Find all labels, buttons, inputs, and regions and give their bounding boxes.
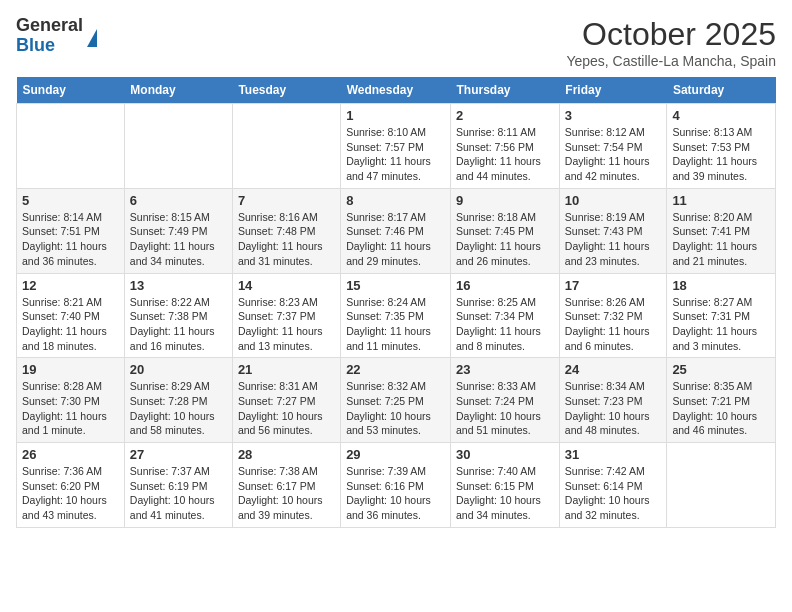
day-info: Sunrise: 8:18 AM Sunset: 7:45 PM Dayligh… [456, 210, 554, 269]
day-number: 2 [456, 108, 554, 123]
day-number: 27 [130, 447, 227, 462]
calendar-cell: 19Sunrise: 8:28 AM Sunset: 7:30 PM Dayli… [17, 358, 125, 443]
day-number: 24 [565, 362, 662, 377]
day-number: 10 [565, 193, 662, 208]
day-info: Sunrise: 7:38 AM Sunset: 6:17 PM Dayligh… [238, 464, 335, 523]
day-number: 29 [346, 447, 445, 462]
calendar-week-row: 19Sunrise: 8:28 AM Sunset: 7:30 PM Dayli… [17, 358, 776, 443]
day-info: Sunrise: 8:26 AM Sunset: 7:32 PM Dayligh… [565, 295, 662, 354]
day-info: Sunrise: 8:22 AM Sunset: 7:38 PM Dayligh… [130, 295, 227, 354]
day-number: 23 [456, 362, 554, 377]
day-number: 14 [238, 278, 335, 293]
day-number: 4 [672, 108, 770, 123]
day-number: 5 [22, 193, 119, 208]
calendar-cell: 3Sunrise: 8:12 AM Sunset: 7:54 PM Daylig… [559, 104, 667, 189]
location: Yepes, Castille-La Mancha, Spain [566, 53, 776, 69]
day-number: 22 [346, 362, 445, 377]
weekday-header: Monday [124, 77, 232, 104]
calendar-cell: 26Sunrise: 7:36 AM Sunset: 6:20 PM Dayli… [17, 443, 125, 528]
day-info: Sunrise: 8:27 AM Sunset: 7:31 PM Dayligh… [672, 295, 770, 354]
calendar-cell: 27Sunrise: 7:37 AM Sunset: 6:19 PM Dayli… [124, 443, 232, 528]
day-info: Sunrise: 8:17 AM Sunset: 7:46 PM Dayligh… [346, 210, 445, 269]
calendar-cell [232, 104, 340, 189]
calendar-cell: 24Sunrise: 8:34 AM Sunset: 7:23 PM Dayli… [559, 358, 667, 443]
calendar-week-row: 1Sunrise: 8:10 AM Sunset: 7:57 PM Daylig… [17, 104, 776, 189]
day-number: 13 [130, 278, 227, 293]
day-info: Sunrise: 7:42 AM Sunset: 6:14 PM Dayligh… [565, 464, 662, 523]
logo: General Blue [16, 16, 97, 56]
calendar-cell: 11Sunrise: 8:20 AM Sunset: 7:41 PM Dayli… [667, 188, 776, 273]
day-number: 31 [565, 447, 662, 462]
day-number: 11 [672, 193, 770, 208]
day-info: Sunrise: 8:12 AM Sunset: 7:54 PM Dayligh… [565, 125, 662, 184]
calendar-cell: 12Sunrise: 8:21 AM Sunset: 7:40 PM Dayli… [17, 273, 125, 358]
calendar-cell: 2Sunrise: 8:11 AM Sunset: 7:56 PM Daylig… [451, 104, 560, 189]
weekday-header: Wednesday [341, 77, 451, 104]
day-number: 30 [456, 447, 554, 462]
day-info: Sunrise: 7:40 AM Sunset: 6:15 PM Dayligh… [456, 464, 554, 523]
day-info: Sunrise: 8:21 AM Sunset: 7:40 PM Dayligh… [22, 295, 119, 354]
day-number: 16 [456, 278, 554, 293]
calendar-cell: 13Sunrise: 8:22 AM Sunset: 7:38 PM Dayli… [124, 273, 232, 358]
day-info: Sunrise: 8:13 AM Sunset: 7:53 PM Dayligh… [672, 125, 770, 184]
day-info: Sunrise: 8:31 AM Sunset: 7:27 PM Dayligh… [238, 379, 335, 438]
calendar-table: SundayMondayTuesdayWednesdayThursdayFrid… [16, 77, 776, 528]
day-number: 20 [130, 362, 227, 377]
day-number: 6 [130, 193, 227, 208]
calendar-cell: 18Sunrise: 8:27 AM Sunset: 7:31 PM Dayli… [667, 273, 776, 358]
calendar-cell: 17Sunrise: 8:26 AM Sunset: 7:32 PM Dayli… [559, 273, 667, 358]
weekday-header: Thursday [451, 77, 560, 104]
calendar-cell: 6Sunrise: 8:15 AM Sunset: 7:49 PM Daylig… [124, 188, 232, 273]
day-number: 26 [22, 447, 119, 462]
calendar-cell [667, 443, 776, 528]
day-info: Sunrise: 8:19 AM Sunset: 7:43 PM Dayligh… [565, 210, 662, 269]
calendar-cell: 29Sunrise: 7:39 AM Sunset: 6:16 PM Dayli… [341, 443, 451, 528]
logo-text: General Blue [16, 16, 83, 56]
day-info: Sunrise: 8:14 AM Sunset: 7:51 PM Dayligh… [22, 210, 119, 269]
calendar-cell: 1Sunrise: 8:10 AM Sunset: 7:57 PM Daylig… [341, 104, 451, 189]
day-info: Sunrise: 7:37 AM Sunset: 6:19 PM Dayligh… [130, 464, 227, 523]
calendar-cell [124, 104, 232, 189]
day-info: Sunrise: 7:36 AM Sunset: 6:20 PM Dayligh… [22, 464, 119, 523]
day-info: Sunrise: 8:24 AM Sunset: 7:35 PM Dayligh… [346, 295, 445, 354]
weekday-header: Tuesday [232, 77, 340, 104]
calendar-cell: 21Sunrise: 8:31 AM Sunset: 7:27 PM Dayli… [232, 358, 340, 443]
day-info: Sunrise: 8:20 AM Sunset: 7:41 PM Dayligh… [672, 210, 770, 269]
day-info: Sunrise: 8:10 AM Sunset: 7:57 PM Dayligh… [346, 125, 445, 184]
calendar-cell: 14Sunrise: 8:23 AM Sunset: 7:37 PM Dayli… [232, 273, 340, 358]
day-number: 18 [672, 278, 770, 293]
day-number: 21 [238, 362, 335, 377]
title-block: October 2025 Yepes, Castille-La Mancha, … [566, 16, 776, 69]
calendar-cell: 4Sunrise: 8:13 AM Sunset: 7:53 PM Daylig… [667, 104, 776, 189]
day-info: Sunrise: 8:11 AM Sunset: 7:56 PM Dayligh… [456, 125, 554, 184]
day-number: 19 [22, 362, 119, 377]
day-info: Sunrise: 8:33 AM Sunset: 7:24 PM Dayligh… [456, 379, 554, 438]
calendar-cell: 16Sunrise: 8:25 AM Sunset: 7:34 PM Dayli… [451, 273, 560, 358]
day-info: Sunrise: 8:34 AM Sunset: 7:23 PM Dayligh… [565, 379, 662, 438]
day-info: Sunrise: 8:29 AM Sunset: 7:28 PM Dayligh… [130, 379, 227, 438]
logo-blue: Blue [16, 36, 83, 56]
day-info: Sunrise: 8:23 AM Sunset: 7:37 PM Dayligh… [238, 295, 335, 354]
calendar-cell: 30Sunrise: 7:40 AM Sunset: 6:15 PM Dayli… [451, 443, 560, 528]
day-number: 17 [565, 278, 662, 293]
weekday-header: Friday [559, 77, 667, 104]
logo-triangle-icon [87, 29, 97, 47]
calendar-cell: 10Sunrise: 8:19 AM Sunset: 7:43 PM Dayli… [559, 188, 667, 273]
calendar-cell: 22Sunrise: 8:32 AM Sunset: 7:25 PM Dayli… [341, 358, 451, 443]
calendar-cell: 20Sunrise: 8:29 AM Sunset: 7:28 PM Dayli… [124, 358, 232, 443]
calendar-cell [17, 104, 125, 189]
calendar-cell: 9Sunrise: 8:18 AM Sunset: 7:45 PM Daylig… [451, 188, 560, 273]
day-info: Sunrise: 8:16 AM Sunset: 7:48 PM Dayligh… [238, 210, 335, 269]
day-number: 9 [456, 193, 554, 208]
day-number: 12 [22, 278, 119, 293]
day-number: 8 [346, 193, 445, 208]
logo-general: General [16, 16, 83, 36]
day-info: Sunrise: 7:39 AM Sunset: 6:16 PM Dayligh… [346, 464, 445, 523]
calendar-cell: 8Sunrise: 8:17 AM Sunset: 7:46 PM Daylig… [341, 188, 451, 273]
day-number: 1 [346, 108, 445, 123]
calendar-cell: 31Sunrise: 7:42 AM Sunset: 6:14 PM Dayli… [559, 443, 667, 528]
calendar-cell: 7Sunrise: 8:16 AM Sunset: 7:48 PM Daylig… [232, 188, 340, 273]
calendar-cell: 28Sunrise: 7:38 AM Sunset: 6:17 PM Dayli… [232, 443, 340, 528]
weekday-header: Saturday [667, 77, 776, 104]
calendar-week-row: 5Sunrise: 8:14 AM Sunset: 7:51 PM Daylig… [17, 188, 776, 273]
